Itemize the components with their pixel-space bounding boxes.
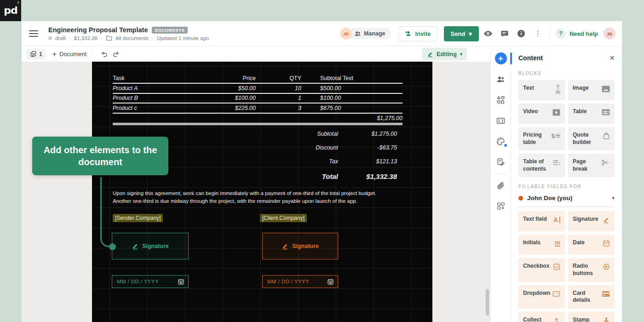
updated-timestamp: Updated 1 minute ago	[157, 35, 209, 41]
block-image[interactable]: Image	[568, 80, 615, 100]
field-signature[interactable]: Signature	[568, 211, 615, 231]
pricing-table-block[interactable]: Task Price QTY Subtotal Text Product A $…	[113, 73, 402, 125]
design-tab[interactable]	[495, 135, 507, 147]
user-avatar[interactable]: JD	[604, 28, 615, 40]
recipient-dropdown[interactable]: John Doe (you) ▾	[518, 195, 615, 207]
avatar[interactable]: JD	[340, 28, 352, 40]
chevron-down-icon: ▾	[460, 52, 462, 57]
document-page[interactable]: Task Price QTY Subtotal Text Product A $…	[92, 62, 432, 322]
field-card-details[interactable]: Card details	[568, 285, 615, 309]
field-text-field[interactable]: Text field A	[518, 211, 565, 231]
content-panel: Content × BLOCKS Text T Image	[511, 46, 622, 322]
client-signature-field[interactable]: Signature	[262, 233, 338, 259]
date-placeholder: MM / DD / YYYY	[117, 279, 159, 284]
send-button[interactable]: Send ▾	[444, 26, 479, 41]
field-stamp[interactable]: Stamp	[568, 312, 615, 322]
manage-button[interactable]: Manage	[348, 28, 391, 39]
editing-mode-dropdown[interactable]: Editing ▾	[422, 48, 467, 60]
field-dropdown[interactable]: Dropdown	[518, 285, 565, 309]
blocks-section-label: BLOCKS	[511, 71, 622, 76]
block-text[interactable]: Text T	[518, 80, 565, 100]
redo-button[interactable]	[110, 49, 122, 60]
client-company-token[interactable]: [Client.Company]	[260, 214, 307, 222]
attachments-tab[interactable]	[495, 179, 507, 191]
pen-icon	[132, 242, 139, 250]
pandadoc-logo[interactable]: pd ®	[0, 0, 21, 21]
field-radio-buttons[interactable]: Radio buttons	[568, 258, 615, 282]
calendar-icon	[178, 278, 184, 285]
signature-field-icon	[603, 216, 610, 224]
more-menu-button[interactable]: ⋮	[530, 26, 545, 41]
image-block-icon	[602, 85, 610, 93]
collect-files-field-icon	[553, 316, 560, 322]
grid-plus-icon	[497, 202, 505, 210]
page-break-icon	[601, 158, 610, 167]
add-document-label: Document	[59, 51, 86, 58]
radio-buttons-field-icon	[603, 263, 610, 271]
tooltip-connector-dot	[109, 243, 116, 250]
recipient-color-dot	[518, 196, 523, 201]
block-quote-builder[interactable]: Quote builder	[568, 127, 615, 150]
onboarding-tooltip: Add other elements to the document	[32, 137, 168, 175]
documents-badge: DOCUMENTS	[152, 27, 187, 34]
table-of-contents-icon	[552, 158, 560, 167]
client-date-field[interactable]: MM / DD / YYYY	[262, 275, 338, 288]
fillable-section-label: FILLABLE FIELDS FOR	[511, 184, 622, 189]
pencil-icon	[427, 51, 433, 58]
need-help-button[interactable]: ? Need help	[556, 29, 604, 39]
integrations-tab[interactable]	[495, 200, 507, 212]
block-table-of-contents[interactable]: Table of contents	[518, 154, 565, 177]
undo-button[interactable]	[98, 49, 110, 60]
divider	[92, 50, 92, 58]
document-workspace: Task Price QTY Subtotal Text Product A $…	[22, 62, 490, 322]
workflow-tab[interactable]	[495, 156, 507, 168]
notification-dot	[504, 144, 507, 147]
vertical-scrollbar[interactable]	[486, 289, 489, 316]
field-collect-files[interactable]: Collect files	[518, 312, 565, 322]
app-window: Engineering Proposal Template DOCUMENTS …	[22, 21, 622, 322]
page-title: Engineering Proposal Template	[48, 26, 148, 34]
signature-label: Signature	[292, 243, 319, 249]
agreement-paragraph[interactable]: Upon signing this agreement, work can be…	[113, 190, 385, 205]
initials-field-icon: IN	[555, 239, 560, 247]
info-button[interactable]	[514, 26, 529, 41]
undo-icon	[100, 51, 108, 58]
block-table[interactable]: Table	[568, 104, 615, 124]
manage-label: Manage	[364, 30, 385, 37]
invite-button[interactable]: Invite	[398, 26, 437, 41]
field-date[interactable]: Date	[568, 235, 615, 255]
sender-signature-field[interactable]: Signature	[112, 233, 189, 259]
sender-company-token[interactable]: [Sender.Company]	[113, 214, 163, 222]
variables-tab[interactable]	[495, 115, 507, 126]
person-plus-icon	[405, 30, 412, 37]
block-page-break[interactable]: Page break	[568, 154, 615, 177]
info-icon	[517, 29, 525, 38]
preview-button[interactable]	[481, 26, 495, 41]
fields-grid: Text field A Signature Initials IN	[518, 211, 615, 322]
video-block-icon	[552, 108, 560, 116]
status-draft: draft	[55, 35, 66, 41]
field-checkbox[interactable]: Checkbox	[518, 258, 565, 282]
recipients-tab[interactable]	[495, 73, 507, 85]
comments-button[interactable]	[497, 26, 512, 41]
eye-icon	[483, 29, 493, 38]
close-icon[interactable]: ×	[610, 53, 615, 62]
pages-icon	[30, 51, 37, 58]
pandadoc-logo-glyph: pd	[4, 5, 17, 16]
add-document-button[interactable]: + Document	[52, 50, 87, 58]
sender-date-field[interactable]: MM / DD / YYYY	[112, 275, 189, 288]
menu-icon[interactable]	[29, 30, 38, 37]
field-initials[interactable]: Initials IN	[518, 235, 565, 255]
shapes-tab[interactable]	[495, 94, 507, 106]
block-video[interactable]: Video	[518, 104, 565, 124]
sidebar-icon-rail	[490, 46, 511, 322]
send-label: Send	[451, 30, 466, 37]
add-content-tab[interactable]	[495, 52, 507, 64]
title-block: Engineering Proposal Template DOCUMENTS …	[48, 26, 209, 41]
folder-link[interactable]: All documents	[115, 35, 149, 41]
table-row: Product c $225.00 3 $675.00	[113, 104, 402, 114]
pages-chip[interactable]: 1	[26, 49, 46, 59]
date-field-icon	[603, 239, 610, 247]
block-pricing-table[interactable]: Pricing table $	[518, 127, 565, 150]
tooltip-connector-line	[100, 177, 111, 247]
